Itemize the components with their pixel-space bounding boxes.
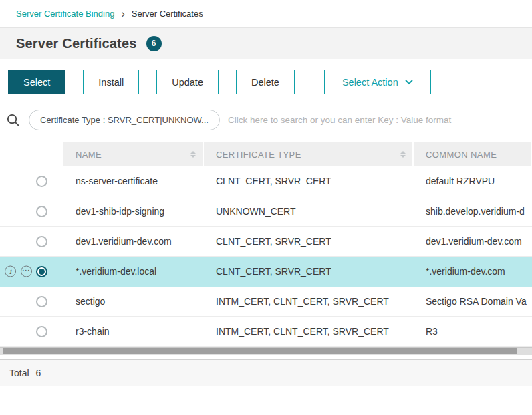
table-row[interactable]: i ··· ns-server-certificate CLNT_CERT, S… (0, 166, 532, 196)
row-name-cell: dev1.veridium-dev.com (63, 236, 204, 247)
sort-icon[interactable] (190, 151, 196, 158)
row-select-cell: i ··· (0, 317, 63, 346)
search-icon (5, 112, 21, 128)
column-label-name: NAME (76, 150, 102, 160)
page-title: Server Certificates (16, 36, 137, 51)
column-header-certificate-type[interactable]: CERTIFICATE TYPE (204, 142, 414, 166)
info-icon[interactable]: i (5, 266, 16, 277)
sort-icon[interactable] (400, 151, 406, 158)
breadcrumb-current: Server Certificates (132, 9, 203, 19)
row-select-cell: i ··· (0, 196, 63, 226)
row-radio[interactable] (36, 236, 47, 247)
row-action-icons: i ··· (5, 266, 32, 277)
total-bar: Total 6 (0, 359, 532, 386)
column-label-common-name: COMMON NAME (426, 150, 497, 160)
row-radio[interactable] (36, 266, 47, 277)
toolbar: Select Install Update Delete Select Acti… (0, 59, 532, 104)
row-common-name-cell: Sectigo RSA Domain Va (414, 296, 532, 307)
row-radio[interactable] (36, 206, 47, 217)
table-row[interactable]: i ··· *.veridium-dev.local CLNT_CERT, SR… (0, 257, 532, 287)
server-certificates-page: Server Certificate Binding › Server Cert… (0, 0, 532, 386)
row-radio[interactable] (36, 296, 47, 307)
row-type-cell: UNKNOWN_CERT (204, 206, 414, 217)
breadcrumb-separator-icon: › (121, 9, 124, 19)
row-common-name-cell: shib.develop.veridium-d (414, 206, 532, 217)
filter-chip-certificate-type[interactable]: Certificate Type : SRVR_CERT|UNKNOW... (29, 110, 220, 130)
column-label-certificate-type: CERTIFICATE TYPE (216, 150, 301, 160)
update-button[interactable]: Update (156, 70, 219, 94)
row-name-cell: sectigo (63, 296, 204, 307)
select-button[interactable]: Select (8, 70, 65, 94)
title-bar: Server Certificates 6 (0, 28, 532, 59)
ellipsis-menu-icon[interactable]: ··· (21, 266, 32, 277)
table-row[interactable]: i ··· dev1.veridium-dev.com CLNT_CERT, S… (0, 227, 532, 257)
breadcrumb-link-server-certificate-binding[interactable]: Server Certificate Binding (16, 9, 114, 19)
row-name-cell: dev1-shib-idp-signing (63, 206, 204, 217)
row-common-name-cell: R3 (414, 326, 532, 337)
scrollbar-thumb[interactable] (3, 348, 517, 354)
column-header-name[interactable]: NAME (63, 142, 204, 166)
total-label: Total (9, 368, 29, 378)
total-value: 6 (36, 368, 41, 378)
table-body: i ··· ns-server-certificate CLNT_CERT, S… (0, 166, 532, 347)
row-common-name-cell: *.veridium-dev.com (414, 266, 532, 277)
header-select-column (0, 142, 63, 166)
row-common-name-cell: default RZRVPU (414, 176, 532, 186)
horizontal-scrollbar[interactable] (0, 347, 532, 355)
breadcrumb: Server Certificate Binding › Server Cert… (0, 0, 532, 28)
row-select-cell: i ··· (0, 257, 63, 286)
count-badge: 6 (146, 36, 162, 51)
table-header: NAME CERTIFICATE TYPE COMMON NAME (0, 142, 532, 166)
delete-button[interactable]: Delete (236, 70, 295, 94)
row-common-name-cell: dev1.veridium-dev.com (414, 236, 532, 247)
row-type-cell: INTM_CERT, CLNT_CERT, SRVR_CERT (204, 326, 414, 337)
row-radio[interactable] (36, 176, 47, 187)
row-type-cell: INTM_CERT, CLNT_CERT, SRVR_CERT (204, 296, 414, 307)
chevron-down-icon (405, 80, 413, 85)
column-header-common-name[interactable]: COMMON NAME (414, 142, 532, 166)
select-action-button[interactable]: Select Action (324, 70, 431, 94)
row-name-cell: r3-chain (63, 326, 204, 337)
search-bar: Certificate Type : SRVR_CERT|UNKNOW... C… (0, 104, 532, 142)
row-select-cell: i ··· (0, 227, 63, 256)
row-name-cell: ns-server-certificate (63, 176, 204, 186)
table-row[interactable]: i ··· r3-chain INTM_CERT, CLNT_CERT, SRV… (0, 317, 532, 347)
table-row[interactable]: i ··· dev1-shib-idp-signing UNKNOWN_CERT… (0, 196, 532, 227)
row-type-cell: CLNT_CERT, SRVR_CERT (204, 266, 414, 277)
row-select-cell: i ··· (0, 287, 63, 316)
install-button[interactable]: Install (83, 70, 139, 94)
row-select-cell: i ··· (0, 166, 63, 196)
row-name-cell: *.veridium-dev.local (63, 266, 204, 277)
search-input[interactable]: Click here to search or you can enter Ke… (228, 115, 451, 125)
row-type-cell: CLNT_CERT, SRVR_CERT (204, 236, 414, 247)
table-row[interactable]: i ··· sectigo INTM_CERT, CLNT_CERT, SRVR… (0, 287, 532, 317)
row-type-cell: CLNT_CERT, SRVR_CERT (204, 176, 414, 186)
row-radio[interactable] (36, 326, 47, 337)
select-action-label: Select Action (342, 77, 398, 88)
